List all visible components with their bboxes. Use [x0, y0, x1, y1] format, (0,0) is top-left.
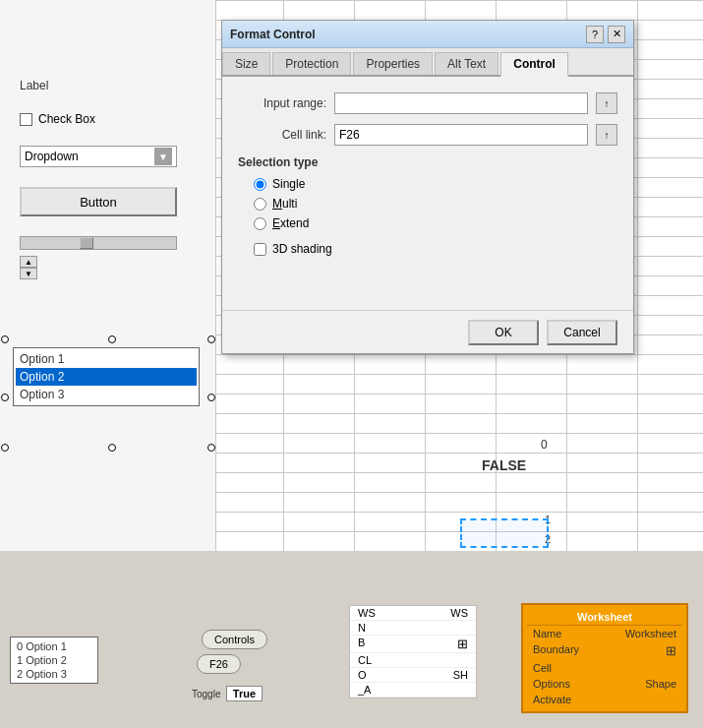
option-item[interactable]: 0 Option 1	[13, 639, 95, 653]
tab-protection[interactable]: Protection	[272, 52, 351, 75]
dropdown-control[interactable]: Dropdown ▼	[20, 146, 177, 167]
toggle-area: Toggle True	[192, 687, 263, 700]
ws-cell-left: Cell	[533, 662, 552, 674]
input-range-picker-btn[interactable]: ↑	[596, 92, 617, 114]
radio-extend[interactable]	[254, 217, 266, 230]
dialog-titlebar: Format Control ? ✕	[222, 21, 633, 48]
worksheet-node[interactable]: Worksheet Name Worksheet Boundary ⊞ Cell…	[521, 603, 688, 713]
option-item[interactable]: 2 Option 3	[13, 667, 95, 681]
f26-node[interactable]: F26	[197, 654, 241, 674]
resize-handle-tm[interactable]	[108, 335, 116, 343]
list-box-inner: Option 1 Option 2 Option 3	[14, 348, 199, 405]
flow-o: O	[358, 669, 367, 681]
radio-extend-label: Extend	[272, 216, 309, 230]
format-control-dialog: Format Control ? ✕ Size Protection Prope…	[221, 20, 634, 354]
cell-link-field[interactable]	[334, 124, 588, 146]
worksheet-row-activate: Activate	[527, 692, 682, 707]
dialog-body: Input range: ↑ Cell link: ↑ Selection ty…	[222, 77, 633, 272]
radio-single-label: Single	[272, 177, 305, 191]
toggle-label: Toggle	[192, 689, 220, 699]
spin-up-btn[interactable]: ▲	[20, 256, 37, 268]
ws-icon-boundary: ⊞	[666, 643, 676, 658]
ok-button[interactable]: OK	[468, 320, 539, 345]
flow-b: B	[358, 637, 365, 651]
flow-ws-right: WS	[450, 607, 468, 619]
ws-activate-left: Activate	[533, 694, 571, 705]
resize-handle-tl[interactable]	[1, 335, 9, 343]
flow-row-n: N	[350, 621, 476, 636]
dropdown-label: Dropdown	[25, 150, 79, 163]
resize-handle-bl[interactable]	[1, 444, 9, 452]
checkbox-3d-label: 3D shading	[272, 242, 332, 256]
checkbox-box[interactable]	[20, 113, 32, 126]
list-box-wrapper: Option 1 Option 2 Option 3	[5, 339, 211, 448]
cell-link-row: Cell link: ↑	[238, 124, 617, 146]
dialog-footer: OK Cancel	[222, 310, 633, 353]
dialog-help-btn[interactable]: ?	[586, 26, 604, 43]
selection-type-section: Selection type Single Multi Extend	[238, 155, 617, 230]
resize-handle-br[interactable]	[207, 444, 215, 452]
tab-alt-text[interactable]: Alt Text	[435, 52, 498, 75]
ws-options-right: Shape	[645, 678, 676, 690]
worksheet-title: Worksheet	[527, 609, 682, 626]
flow-row-ws: WS WS	[350, 606, 476, 621]
false-text: FALSE	[482, 457, 526, 473]
radio-single[interactable]	[254, 178, 266, 191]
flow-cl: CL	[358, 654, 372, 666]
input-range-row: Input range: ↑	[238, 92, 617, 114]
option-item[interactable]: 1 Option 2	[13, 653, 95, 667]
flow-center: WS WS N B ⊞ CL O SH _A	[349, 605, 477, 698]
flow-a: _A	[358, 684, 371, 696]
toggle-value[interactable]: True	[226, 686, 263, 701]
dialog-controls: ? ✕	[586, 26, 625, 43]
flow-icon: ⊞	[457, 637, 468, 651]
list-item[interactable]: Option 3	[16, 386, 197, 403]
cell-link-label: Cell link:	[238, 128, 326, 142]
checkbox-3d[interactable]	[254, 243, 266, 256]
tab-control[interactable]: Control	[500, 52, 568, 77]
list-box[interactable]: Option 1 Option 2 Option 3	[13, 347, 200, 406]
dropdown-arrow-icon[interactable]: ▼	[154, 148, 172, 165]
worksheet-row-cell: Cell	[527, 660, 682, 676]
resize-handle-bm[interactable]	[108, 444, 116, 452]
cell-link-picker-btn[interactable]: ↑	[596, 124, 617, 146]
worksheet-row-name: Name Worksheet	[527, 626, 682, 641]
ws-name-left: Name	[533, 628, 561, 639]
flow-row-a: _A	[350, 683, 476, 698]
list-item-selected[interactable]: Option 2	[16, 368, 197, 386]
dialog-close-btn[interactable]: ✕	[608, 26, 625, 43]
radio-multi[interactable]	[254, 198, 266, 211]
zero-text: 0	[541, 438, 548, 452]
tab-size[interactable]: Size	[222, 52, 270, 75]
scrollbar-thumb[interactable]	[80, 237, 93, 249]
num-2-label: 2	[545, 533, 551, 545]
controls-node[interactable]: Controls	[202, 630, 267, 649]
flow-n: N	[358, 622, 366, 634]
bottom-area: XL List Box XL List Box 0 Option 1 1 Opt…	[0, 551, 703, 728]
scrollbar-control[interactable]	[20, 236, 177, 250]
radio-single-row: Single	[254, 177, 617, 191]
ws-options-left: Options	[533, 678, 570, 690]
dialog-tabs: Size Protection Properties Alt Text Cont…	[222, 48, 633, 77]
spinbox-control[interactable]: ▲ ▼	[20, 256, 37, 279]
worksheet-row-boundary: Boundary ⊞	[527, 641, 682, 660]
resize-handle-mr[interactable]	[207, 394, 215, 401]
spin-down-btn[interactable]: ▼	[20, 268, 37, 279]
input-range-field[interactable]	[334, 92, 588, 114]
flow-sh: SH	[453, 669, 468, 681]
resize-handle-ml[interactable]	[1, 394, 9, 401]
worksheet-row-options: Options Shape	[527, 676, 682, 692]
cancel-button[interactable]: Cancel	[547, 320, 617, 345]
button-control[interactable]: Button	[20, 187, 177, 216]
tab-properties[interactable]: Properties	[353, 52, 433, 75]
flow-row-cl: CL	[350, 653, 476, 668]
num-1-label: 1	[545, 514, 551, 525]
button-label: Button	[80, 195, 117, 210]
checkbox-label: Check Box	[38, 112, 95, 126]
ws-boundary-left: Boundary	[533, 643, 579, 658]
option-list[interactable]: 0 Option 1 1 Option 2 2 Option 3	[10, 637, 98, 684]
resize-handle-tr[interactable]	[207, 335, 215, 343]
flow-ws: WS	[358, 607, 376, 619]
list-item[interactable]: Option 1	[16, 350, 197, 368]
radio-extend-row: Extend	[254, 216, 617, 230]
